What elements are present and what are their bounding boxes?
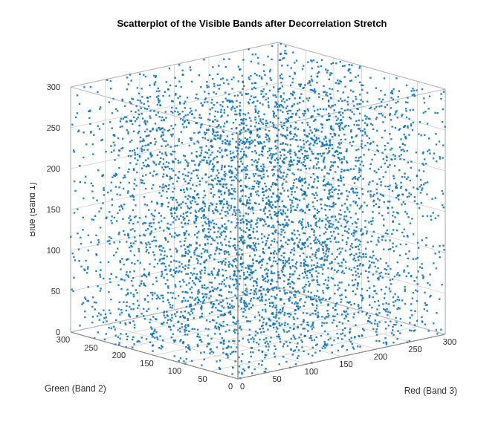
svg-rect-3455 [383, 248, 384, 250]
svg-rect-4340 [187, 211, 188, 212]
svg-rect-4050 [245, 137, 246, 139]
svg-rect-1325 [230, 291, 232, 293]
svg-rect-4926 [262, 146, 264, 147]
svg-rect-1500 [335, 259, 336, 260]
svg-rect-1414 [358, 128, 359, 129]
svg-rect-4156 [362, 193, 364, 195]
svg-text:Blue (Band 1): Blue (Band 1) [30, 182, 37, 236]
svg-rect-2305 [421, 263, 422, 264]
svg-rect-2155 [255, 331, 256, 332]
svg-rect-3180 [242, 204, 243, 205]
svg-rect-4307 [341, 127, 343, 129]
svg-rect-4275 [375, 258, 377, 259]
svg-rect-3503 [338, 253, 340, 255]
svg-rect-1662 [280, 309, 281, 311]
svg-rect-4144 [229, 140, 230, 142]
svg-rect-200 [270, 69, 271, 71]
svg-rect-4519 [364, 133, 366, 134]
svg-rect-1258 [180, 285, 181, 287]
svg-rect-587 [288, 98, 290, 100]
svg-rect-2379 [298, 83, 300, 85]
svg-rect-1633 [276, 102, 277, 103]
svg-rect-201 [146, 247, 147, 248]
svg-rect-2481 [315, 218, 317, 219]
svg-rect-4296 [348, 232, 349, 233]
svg-rect-3617 [291, 93, 293, 94]
svg-rect-1836 [270, 283, 271, 285]
svg-rect-2893 [297, 146, 299, 147]
svg-rect-3370 [129, 316, 131, 317]
svg-rect-2763 [124, 322, 126, 324]
svg-rect-2558 [337, 79, 338, 81]
svg-rect-3544 [276, 128, 277, 129]
svg-rect-1076 [248, 147, 249, 149]
svg-rect-5055 [361, 295, 363, 296]
svg-rect-2025 [335, 161, 336, 163]
svg-rect-3342 [134, 154, 135, 155]
svg-rect-2767 [207, 101, 208, 103]
svg-rect-3856 [333, 339, 335, 341]
svg-rect-2317 [212, 163, 213, 165]
svg-rect-1788 [265, 186, 267, 187]
svg-rect-4343 [269, 161, 271, 163]
svg-rect-4481 [368, 149, 369, 150]
svg-rect-4168 [288, 239, 290, 241]
svg-rect-947 [132, 285, 133, 286]
svg-rect-2820 [422, 277, 424, 279]
svg-rect-2732 [255, 111, 256, 113]
svg-rect-337 [175, 248, 176, 250]
svg-rect-1705 [295, 263, 297, 264]
svg-rect-1158 [387, 273, 389, 275]
svg-rect-4806 [226, 155, 227, 156]
svg-rect-3287 [149, 263, 150, 264]
svg-rect-4827 [380, 184, 381, 186]
svg-rect-3320 [318, 284, 320, 285]
svg-rect-3891 [261, 77, 262, 78]
svg-rect-3545 [323, 256, 325, 257]
svg-rect-1750 [222, 321, 224, 322]
svg-rect-2701 [360, 175, 361, 177]
svg-rect-3452 [204, 131, 205, 133]
svg-rect-3278 [376, 149, 378, 151]
svg-rect-4089 [317, 316, 318, 318]
svg-rect-2969 [364, 145, 366, 146]
svg-rect-4308 [265, 93, 267, 94]
svg-rect-448 [352, 223, 353, 224]
svg-rect-4473 [163, 230, 164, 231]
svg-rect-2036 [332, 215, 333, 217]
svg-rect-1886 [257, 57, 259, 59]
svg-rect-2087 [261, 293, 262, 294]
svg-rect-4230 [282, 201, 283, 202]
svg-rect-3715 [262, 276, 263, 278]
svg-rect-5049 [244, 242, 245, 244]
svg-rect-1724 [220, 190, 222, 192]
svg-rect-3851 [248, 77, 250, 78]
svg-rect-2986 [352, 100, 354, 102]
svg-rect-981 [320, 204, 322, 205]
svg-rect-1446 [212, 170, 213, 172]
svg-rect-4510 [245, 94, 247, 95]
svg-rect-314 [279, 196, 280, 198]
svg-rect-546 [397, 296, 398, 298]
svg-rect-4244 [306, 155, 307, 157]
svg-rect-1754 [222, 105, 223, 107]
svg-rect-3045 [280, 192, 281, 194]
svg-rect-4924 [238, 357, 239, 358]
svg-rect-2664 [190, 212, 191, 213]
svg-rect-2101 [236, 329, 237, 331]
svg-rect-1883 [205, 181, 207, 183]
svg-rect-383 [195, 303, 196, 305]
svg-rect-428 [73, 256, 74, 258]
svg-rect-1564 [149, 319, 151, 320]
svg-rect-2526 [294, 337, 295, 338]
svg-rect-3476 [100, 287, 101, 289]
svg-rect-3275 [294, 126, 296, 128]
svg-rect-4636 [155, 123, 156, 124]
svg-rect-3352 [359, 113, 361, 114]
svg-rect-2940 [86, 300, 88, 302]
svg-rect-3023 [340, 301, 341, 302]
svg-rect-4423 [190, 305, 191, 307]
svg-rect-3867 [385, 286, 387, 287]
svg-rect-3682 [245, 316, 247, 318]
svg-rect-3225 [371, 224, 372, 225]
